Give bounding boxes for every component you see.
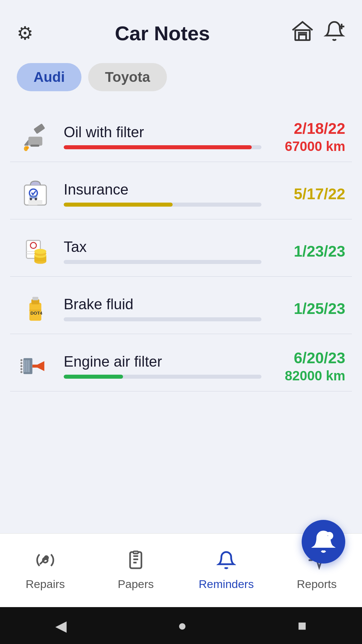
reminder-brake-fluid[interactable]: DOT4 Brake fluid 1/25/23 (10, 277, 352, 334)
svg-rect-52 (133, 551, 138, 553)
garage-icon[interactable] (292, 20, 313, 46)
reminder-oil[interactable]: Oil with filter 2/18/22 67000 km (10, 105, 352, 162)
nav-repairs[interactable]: Repairs (0, 550, 90, 591)
svg-text:DOT4: DOT4 (30, 311, 42, 316)
svg-rect-28 (32, 297, 38, 300)
svg-point-38 (20, 368, 22, 370)
tax-content: Tax (64, 238, 261, 264)
oil-content: Oil with filter (64, 124, 261, 149)
reports-label: Reports (297, 578, 337, 591)
engine-air-filter-date-text: 6/20/23 (272, 349, 345, 367)
tax-icon (17, 233, 54, 270)
insurance-date-text: 5/17/22 (272, 185, 345, 203)
engine-air-filter-km-text: 82000 km (272, 368, 345, 383)
oil-km-text: 67000 km (272, 139, 345, 154)
svg-rect-7 (30, 145, 39, 147)
insurance-content: Insurance (64, 181, 261, 207)
tax-name: Tax (64, 238, 261, 255)
oil-progress-fill (64, 145, 252, 149)
brake-fluid-date: 1/25/23 (272, 300, 345, 318)
papers-label: Papers (118, 578, 154, 591)
svg-marker-5 (24, 140, 28, 146)
tax-progress-bg (64, 260, 261, 264)
insurance-icon (17, 175, 54, 212)
brake-fluid-icon: DOT4 (17, 290, 54, 327)
reminder-engine-air-filter[interactable]: Engine air filter 6/20/23 82000 km (10, 334, 352, 391)
engine-air-filter-icon (17, 347, 54, 384)
svg-rect-41 (32, 365, 38, 368)
svg-point-35 (20, 359, 22, 361)
svg-point-8 (24, 146, 28, 151)
oil-progress-bg (64, 145, 261, 149)
app-title: Car Notes (33, 22, 292, 45)
brake-fluid-content: Brake fluid (64, 296, 261, 321)
oil-name: Oil with filter (64, 124, 261, 141)
engine-air-filter-progress-bg (64, 375, 261, 379)
android-navbar: ◀ ● ■ (0, 607, 362, 644)
oil-icon (17, 118, 54, 155)
tab-audi[interactable]: Audi (17, 63, 81, 91)
engine-air-filter-name: Engine air filter (64, 353, 261, 370)
svg-point-39 (20, 371, 22, 373)
reminders-icon (217, 550, 236, 574)
oil-date-text: 2/18/22 (272, 119, 345, 138)
svg-rect-3 (34, 123, 45, 134)
engine-air-filter-date: 6/20/23 82000 km (272, 349, 345, 383)
svg-point-36 (20, 362, 22, 364)
reminder-tax[interactable]: Tax 1/23/23 (10, 219, 352, 277)
reminders-label: Reminders (199, 578, 254, 591)
insurance-progress-bg (64, 203, 261, 207)
reminder-list: Oil with filter 2/18/22 67000 km (0, 105, 362, 533)
repairs-icon (36, 550, 55, 574)
header: ⚙ Car Notes (0, 0, 362, 56)
recent-button[interactable]: ■ (298, 617, 307, 634)
fab-add-reminder[interactable]: + (302, 520, 345, 564)
car-tabs: Audi Toyota (0, 56, 362, 105)
insurance-date: 5/17/22 (272, 185, 345, 203)
nav-papers[interactable]: Papers (90, 550, 181, 591)
reminder-insurance[interactable]: Insurance 5/17/22 (10, 162, 352, 219)
oil-date: 2/18/22 67000 km (272, 119, 345, 154)
engine-air-filter-progress-fill (64, 375, 123, 379)
tab-toyota[interactable]: Toyota (88, 63, 167, 91)
tax-date: 1/23/23 (272, 242, 345, 260)
svg-point-25 (34, 249, 46, 254)
home-button[interactable]: ● (178, 617, 187, 634)
brake-fluid-name: Brake fluid (64, 296, 261, 313)
brake-fluid-progress-bg (64, 317, 261, 321)
insurance-progress-fill (64, 203, 173, 207)
engine-air-filter-content: Engine air filter (64, 353, 261, 379)
settings-icon[interactable]: ⚙ (17, 22, 33, 44)
back-button[interactable]: ◀ (55, 617, 67, 634)
svg-point-37 (20, 365, 22, 367)
header-actions (292, 20, 345, 46)
tax-date-text: 1/23/23 (272, 242, 345, 260)
svg-rect-4 (28, 137, 42, 146)
svg-point-12 (29, 198, 32, 200)
svg-point-13 (35, 198, 37, 200)
insurance-name: Insurance (64, 181, 261, 198)
add-reminder-header-icon[interactable] (323, 20, 345, 46)
brake-fluid-date-text: 1/25/23 (272, 300, 345, 318)
papers-icon (126, 550, 145, 574)
repairs-label: Repairs (25, 578, 65, 591)
nav-reminders[interactable]: Reminders (181, 550, 272, 591)
